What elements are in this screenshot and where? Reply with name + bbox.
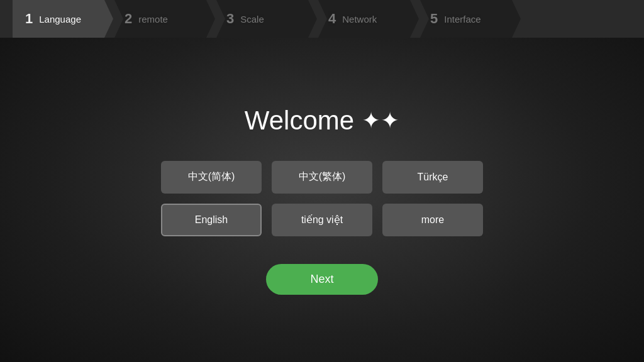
step-5[interactable]: 5Interface — [420, 0, 521, 38]
lang-btn-zh-hant[interactable]: 中文(繁体) — [272, 161, 372, 194]
lang-btn-vi[interactable]: tiếng việt — [272, 204, 372, 236]
step-4-number: 4 — [328, 11, 336, 27]
stepper: 1Language2remote3Scale4Network5Interface — [0, 0, 644, 38]
step-3[interactable]: 3Scale — [216, 0, 317, 38]
step-1[interactable]: 1Language — [13, 0, 113, 38]
step-3-number: 3 — [226, 11, 234, 27]
sparkle-icon: ✦✦ — [362, 107, 399, 134]
step-1-label: Language — [39, 14, 81, 25]
lang-btn-tr[interactable]: Türkçe — [382, 161, 483, 194]
step-5-label: Interface — [444, 14, 480, 25]
step-4[interactable]: 4Network — [318, 0, 419, 38]
step-1-number: 1 — [25, 11, 33, 27]
step-2-number: 2 — [125, 11, 132, 27]
step-2[interactable]: 2remote — [114, 0, 215, 38]
next-button[interactable]: Next — [266, 264, 377, 295]
lang-btn-zh-hans[interactable]: 中文(简体) — [161, 161, 262, 194]
welcome-text: Welcome — [245, 106, 354, 136]
step-2-label: remote — [138, 14, 168, 25]
main-content: Welcome ✦✦ 中文(简体)中文(繁体)TürkçeEnglishtiến… — [161, 38, 483, 362]
step-4-label: Network — [342, 14, 377, 25]
lang-btn-en[interactable]: English — [161, 204, 262, 236]
lang-btn-more[interactable]: more — [382, 204, 483, 236]
step-5-number: 5 — [430, 11, 438, 27]
welcome-title: Welcome ✦✦ — [245, 106, 399, 136]
language-grid: 中文(简体)中文(繁体)TürkçeEnglishtiếng việtmore — [161, 161, 483, 236]
step-3-label: Scale — [240, 14, 264, 25]
